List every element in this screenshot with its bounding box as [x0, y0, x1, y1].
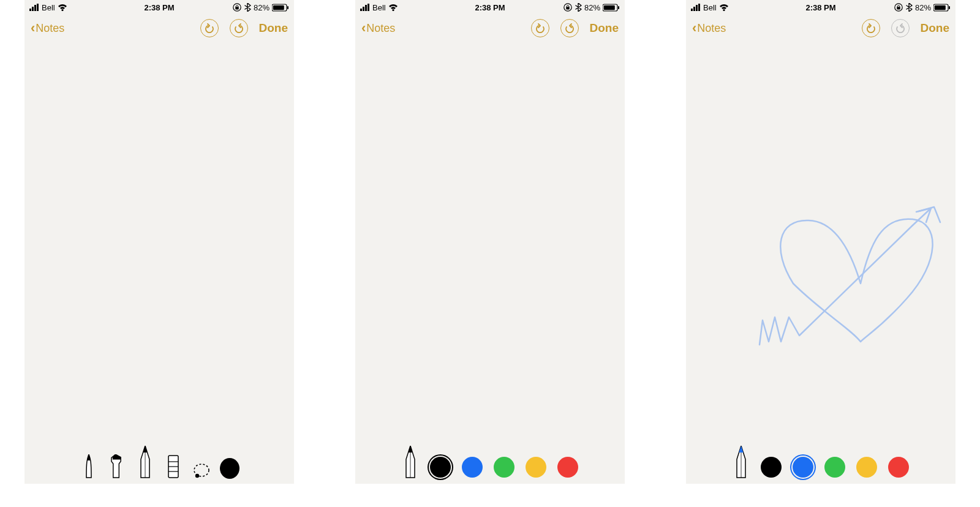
- sketch-drawing: [686, 42, 956, 483]
- drawing-canvas[interactable]: [686, 42, 956, 484]
- wifi-icon: [719, 4, 729, 11]
- back-button[interactable]: ‹ Notes: [692, 20, 726, 36]
- battery-icon: [933, 4, 951, 12]
- chevron-left-icon: ‹: [692, 20, 696, 36]
- battery-percent: 82%: [584, 3, 600, 12]
- redo-button[interactable]: [891, 19, 910, 37]
- pen-tool[interactable]: [79, 454, 99, 479]
- status-bar: Bell 2:38 PM 82%: [355, 0, 625, 15]
- done-button[interactable]: Done: [259, 21, 288, 35]
- color-yellow[interactable]: [524, 456, 548, 479]
- undo-button[interactable]: [200, 19, 219, 37]
- bluetooth-icon: [575, 3, 582, 12]
- clock: 2:38 PM: [805, 3, 835, 12]
- wifi-icon: [58, 4, 67, 11]
- carrier-label: Bell: [42, 3, 55, 12]
- nav-bar: ‹ Notes Done: [24, 15, 294, 42]
- color-red[interactable]: [556, 456, 579, 479]
- nav-bar: ‹ Notes Done: [355, 15, 625, 42]
- back-label: Notes: [366, 22, 395, 35]
- drawing-toolbar: [24, 446, 294, 479]
- rotation-lock-icon: [894, 3, 903, 12]
- redo-button[interactable]: [560, 19, 579, 37]
- eraser-tool[interactable]: [164, 454, 183, 479]
- carrier-label: Bell: [703, 3, 717, 12]
- color-black[interactable]: [429, 456, 452, 479]
- signal-icon: [360, 4, 370, 11]
- chevron-left-icon: ‹: [31, 20, 35, 36]
- drawing-canvas[interactable]: [355, 42, 625, 484]
- color-green[interactable]: [492, 456, 516, 479]
- rotation-lock-icon: [233, 3, 241, 12]
- color-toolbar: [355, 446, 625, 479]
- status-bar: Bell 2:38 PM 82%: [24, 0, 294, 15]
- nav-bar: ‹ Notes Done: [686, 15, 956, 42]
- signal-icon: [691, 4, 701, 11]
- back-label: Notes: [36, 22, 64, 35]
- color-green[interactable]: [823, 456, 846, 479]
- drawing-canvas[interactable]: [24, 42, 294, 484]
- clock: 2:38 PM: [475, 3, 505, 12]
- color-toolbar: [686, 446, 956, 479]
- screen-1: Bell 2:38 PM 82% ‹ Notes Done: [24, 0, 294, 484]
- pencil-tool[interactable]: [135, 446, 155, 479]
- pencil-tool[interactable]: [401, 446, 420, 479]
- chevron-left-icon: ‹: [361, 20, 366, 36]
- screen-2: Bell 2:38 PM 82% ‹ Notes Done: [355, 0, 625, 484]
- marker-tool[interactable]: [107, 454, 127, 479]
- pencil-tool[interactable]: [731, 446, 751, 479]
- back-button[interactable]: ‹ Notes: [31, 20, 64, 36]
- color-swatch[interactable]: [220, 458, 239, 479]
- color-blue[interactable]: [791, 456, 815, 479]
- color-black[interactable]: [760, 456, 783, 479]
- rotation-lock-icon: [564, 3, 572, 12]
- status-bar: Bell 2:38 PM 82%: [686, 0, 956, 15]
- done-button[interactable]: Done: [921, 21, 950, 35]
- redo-button[interactable]: [230, 19, 248, 37]
- color-yellow[interactable]: [855, 456, 878, 479]
- lasso-tool[interactable]: [192, 463, 211, 479]
- bluetooth-icon: [244, 3, 251, 12]
- bluetooth-icon: [905, 3, 913, 12]
- battery-icon: [603, 4, 620, 12]
- back-label: Notes: [697, 22, 726, 35]
- battery-percent: 82%: [254, 3, 270, 12]
- undo-button[interactable]: [862, 19, 880, 37]
- signal-icon: [29, 4, 39, 11]
- clock: 2:38 PM: [144, 3, 174, 12]
- carrier-label: Bell: [372, 3, 386, 12]
- color-red[interactable]: [887, 456, 910, 479]
- battery-percent: 82%: [915, 3, 931, 12]
- done-button[interactable]: Done: [590, 21, 619, 35]
- battery-icon: [272, 4, 289, 12]
- screen-3: Bell 2:38 PM 82% ‹ Notes Done: [686, 0, 956, 484]
- wifi-icon: [388, 4, 398, 11]
- color-blue[interactable]: [461, 456, 484, 479]
- back-button[interactable]: ‹ Notes: [361, 20, 395, 36]
- undo-button[interactable]: [531, 19, 549, 37]
